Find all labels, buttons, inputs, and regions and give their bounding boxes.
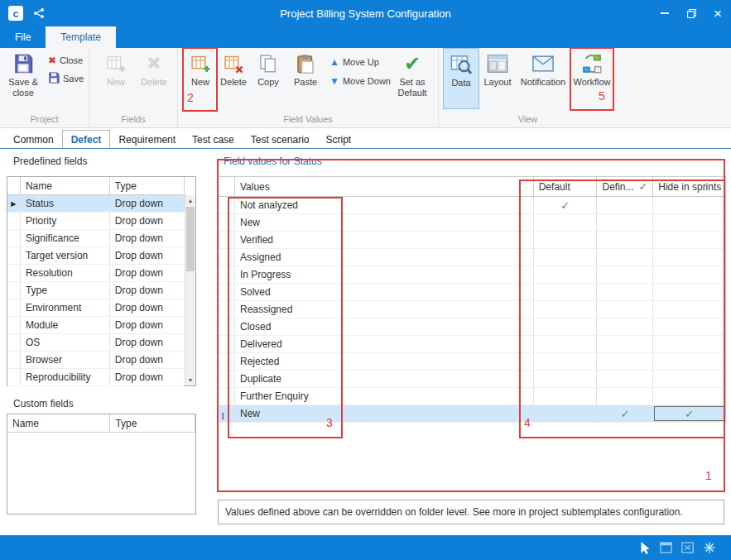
default-cell[interactable]: ✓ <box>534 197 598 213</box>
table-row[interactable]: In Progress <box>219 266 725 284</box>
defined-cell[interactable] <box>597 371 653 387</box>
defined-cell[interactable]: ✓ <box>597 405 653 422</box>
tab-test-scenario[interactable]: Test scenario <box>243 131 318 148</box>
table-row[interactable]: Verified <box>219 232 725 249</box>
default-cell[interactable] <box>534 405 598 422</box>
hide-cell[interactable] <box>653 214 725 231</box>
close-button[interactable]: × <box>705 0 731 26</box>
defined-cell[interactable] <box>597 388 653 404</box>
default-cell[interactable] <box>534 371 598 387</box>
default-cell[interactable] <box>534 301 598 318</box>
data-view-button[interactable]: Data <box>443 48 479 109</box>
close-panel-icon[interactable] <box>681 542 694 553</box>
table-row[interactable]: Duplicate <box>219 371 725 388</box>
close-template-button[interactable]: ✖ Close <box>48 55 88 66</box>
defined-cell[interactable] <box>597 232 653 248</box>
fields-delete-button[interactable]: ✖ Delete <box>134 48 174 109</box>
move-up-button[interactable]: ▲ Move Up <box>329 56 389 68</box>
table-row[interactable]: PriorityDrop down <box>7 213 185 230</box>
hide-cell[interactable] <box>653 232 725 248</box>
type-column-header[interactable]: Type <box>110 414 195 432</box>
pointer-icon[interactable] <box>640 542 651 554</box>
default-column-header[interactable]: Default <box>534 177 598 196</box>
save-button[interactable]: Save <box>48 72 88 85</box>
share-icon[interactable] <box>33 7 45 19</box>
hide-cell[interactable] <box>653 266 725 283</box>
hide-cell[interactable]: ✓ <box>653 405 725 422</box>
table-row[interactable]: New <box>219 214 725 232</box>
table-row[interactable]: Further Enquiry <box>219 388 725 405</box>
default-cell[interactable] <box>534 214 598 231</box>
notification-button[interactable]: Notification <box>516 48 570 109</box>
defined-cell[interactable] <box>597 249 653 266</box>
defined-cell[interactable] <box>597 266 653 283</box>
defined-cell[interactable] <box>597 301 653 318</box>
defined-cell[interactable] <box>597 318 653 335</box>
table-row[interactable]: ModuleDrop down <box>7 317 185 334</box>
hide-cell[interactable] <box>653 249 725 266</box>
tab-common[interactable]: Common <box>5 131 62 148</box>
delete-value-button[interactable]: Delete <box>217 48 250 109</box>
tab-test-case[interactable]: Test case <box>184 131 243 148</box>
defined-cell[interactable] <box>597 197 653 213</box>
default-cell[interactable] <box>534 353 598 370</box>
maximize-button[interactable] <box>678 0 705 26</box>
table-row[interactable]: Reassigned <box>219 301 725 318</box>
table-row[interactable]: Rejected <box>219 353 725 371</box>
minimize-button[interactable] <box>652 0 678 26</box>
tab-requirement[interactable]: Requirement <box>110 131 184 148</box>
layout-view-button[interactable]: Layout <box>479 48 516 109</box>
defined-column-header[interactable]: Defin... ✓ <box>597 177 653 196</box>
hide-in-sprints-column-header[interactable]: Hide in sprints <box>653 177 725 196</box>
table-row[interactable]: ReproducibilityDrop down <box>7 369 185 386</box>
default-cell[interactable] <box>534 249 598 266</box>
hide-cell[interactable] <box>653 388 725 404</box>
hide-cell[interactable] <box>653 301 725 318</box>
table-row[interactable]: BrowserDrop down <box>7 352 185 369</box>
hide-cell[interactable] <box>653 353 725 370</box>
paste-button[interactable]: Paste <box>286 48 325 109</box>
workflow-button[interactable]: Workflow <box>570 48 613 109</box>
table-row[interactable]: Target versionDrop down <box>7 247 185 265</box>
table-row[interactable]: Closed <box>219 318 725 336</box>
move-down-button[interactable]: ▼ Move Down <box>329 75 389 87</box>
tab-file[interactable]: File <box>0 26 46 48</box>
type-column-header[interactable]: Type <box>110 177 185 194</box>
copy-button[interactable]: Copy <box>250 48 286 109</box>
hide-cell[interactable] <box>653 197 725 213</box>
table-row[interactable]: Not analyzed✓ <box>219 197 725 214</box>
default-cell[interactable] <box>534 388 598 404</box>
fields-new-button[interactable]: New <box>98 48 134 109</box>
defined-cell[interactable] <box>597 284 653 300</box>
table-row[interactable]: Delivered <box>219 336 725 353</box>
hide-cell[interactable] <box>653 336 725 352</box>
default-cell[interactable] <box>534 284 598 300</box>
table-row[interactable]: OSDrop down <box>7 334 185 352</box>
tab-template[interactable]: Template <box>46 26 116 48</box>
save-and-close-button[interactable]: Save &close <box>3 48 43 109</box>
scroll-down-icon[interactable]: ▼ <box>185 375 195 385</box>
hide-cell[interactable] <box>653 318 725 335</box>
table-row[interactable]: New✓✓ <box>219 405 725 423</box>
table-row[interactable]: SignificanceDrop down <box>7 230 185 247</box>
table-row[interactable]: EnvironmentDrop down <box>7 299 185 317</box>
table-row[interactable]: Assigned <box>219 249 725 266</box>
defined-cell[interactable] <box>597 214 653 231</box>
name-column-header[interactable]: Name <box>21 177 110 194</box>
snowflake-icon[interactable] <box>703 541 716 554</box>
hide-cell[interactable] <box>653 371 725 387</box>
table-row[interactable]: TypeDrop down <box>7 282 185 299</box>
default-cell[interactable] <box>534 318 598 335</box>
table-row[interactable]: Solved <box>219 284 725 301</box>
values-column-header[interactable]: Values <box>235 177 534 196</box>
new-value-button[interactable]: New <box>184 48 217 109</box>
tab-defect[interactable]: Defect <box>62 130 111 148</box>
tab-script[interactable]: Script <box>317 131 359 148</box>
defined-cell[interactable] <box>597 353 653 370</box>
hide-cell[interactable] <box>653 284 725 300</box>
default-cell[interactable] <box>534 232 598 248</box>
vertical-scrollbar[interactable]: ▲ ▼ <box>185 195 195 385</box>
table-row[interactable]: ▶StatusDrop down <box>7 195 185 213</box>
defined-cell[interactable] <box>597 336 653 352</box>
default-cell[interactable] <box>534 336 598 352</box>
